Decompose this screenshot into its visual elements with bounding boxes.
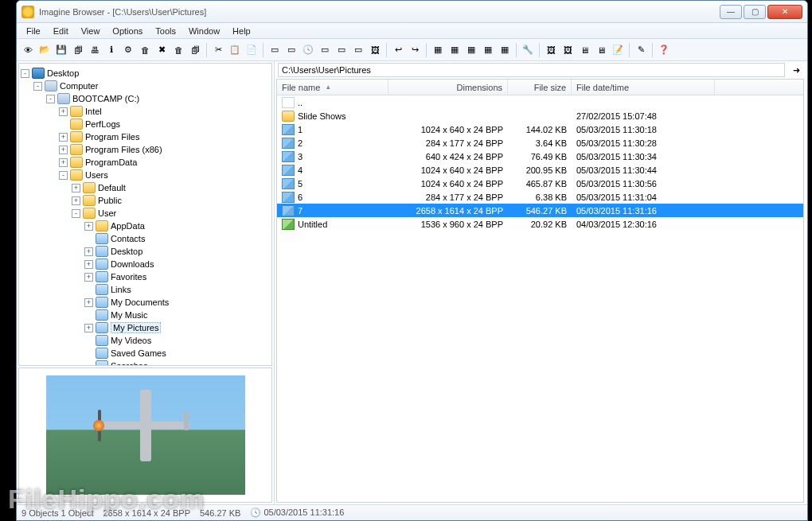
tree-item[interactable]: +Intel xyxy=(21,105,270,118)
expand-icon[interactable]: + xyxy=(84,298,93,307)
toolbar-button[interactable]: ↪ xyxy=(407,42,423,58)
titlebar[interactable]: Imagine Browser - [C:\Users\User\Picture… xyxy=(17,1,807,23)
tree-item[interactable]: +Favorites xyxy=(21,270,270,283)
tree-item[interactable]: My Videos xyxy=(21,334,270,347)
toolbar-button[interactable]: 🗐 xyxy=(187,42,203,58)
toolbar-button[interactable]: ⚙ xyxy=(120,42,136,58)
file-row[interactable]: 3640 x 424 x 24 BPP76.49 KB05/03/2015 11… xyxy=(277,150,803,163)
toolbar-button[interactable]: 🖥 xyxy=(593,42,609,58)
tree-item[interactable]: +Desktop xyxy=(21,245,270,258)
tree-item[interactable]: +Downloads xyxy=(21,258,270,270)
tree-item[interactable]: +My Pictures xyxy=(21,321,270,334)
tree-item[interactable]: -User xyxy=(21,207,270,220)
collapse-icon[interactable]: - xyxy=(33,82,42,91)
menu-help[interactable]: Help xyxy=(226,25,257,37)
toolbar-button[interactable]: ▭ xyxy=(317,42,333,58)
menu-window[interactable]: Window xyxy=(182,25,226,37)
toolbar-button[interactable]: ↩ xyxy=(390,42,406,58)
tree-item[interactable]: +Public xyxy=(21,194,270,207)
file-row[interactable]: Untitled1536 x 960 x 24 BPP20.92 KB04/03… xyxy=(277,217,803,231)
tree-item[interactable]: +ProgramData xyxy=(21,156,270,169)
tree-item[interactable]: +Program Files (x86) xyxy=(21,143,270,156)
toolbar-button[interactable]: 🗑 xyxy=(137,42,153,58)
toolbar-button[interactable]: ▭ xyxy=(350,42,366,58)
expand-icon[interactable]: + xyxy=(84,273,93,282)
collapse-icon[interactable]: - xyxy=(59,171,68,180)
file-row[interactable]: Slide Shows27/02/2015 15:07:48 xyxy=(277,109,803,122)
tree-item[interactable]: +AppData xyxy=(21,220,270,232)
expand-icon[interactable]: + xyxy=(59,158,68,167)
maximize-button[interactable]: ▢ xyxy=(744,5,766,19)
toolbar-button[interactable]: 🖥 xyxy=(576,42,592,58)
file-row[interactable]: .. xyxy=(277,95,803,109)
toolbar-button[interactable]: 🖼 xyxy=(367,42,383,58)
tree-item[interactable]: PerfLogs xyxy=(21,118,270,130)
address-input[interactable] xyxy=(278,63,785,77)
go-button[interactable]: ➜ xyxy=(788,62,804,78)
tree-item[interactable]: +Default xyxy=(21,181,270,194)
col-filename[interactable]: File name▲ xyxy=(277,80,388,95)
col-dimensions[interactable]: Dimensions xyxy=(388,80,508,95)
col-filesize[interactable]: File size xyxy=(508,80,572,95)
close-button[interactable]: ✕ xyxy=(767,5,802,19)
expand-icon[interactable]: + xyxy=(59,133,68,142)
menu-options[interactable]: Options xyxy=(106,25,149,37)
file-list[interactable]: File name▲ Dimensions File size File dat… xyxy=(276,79,804,503)
toolbar-button[interactable]: ✖ xyxy=(154,42,170,58)
collapse-icon[interactable]: - xyxy=(46,95,55,103)
toolbar-button[interactable]: 🔧 xyxy=(520,42,536,58)
expand-icon[interactable]: + xyxy=(84,324,93,332)
toolbar-button[interactable]: 📝 xyxy=(610,42,626,58)
expand-icon[interactable]: + xyxy=(59,146,68,154)
toolbar-button[interactable]: ▭ xyxy=(334,42,349,58)
toolbar-button[interactable]: 🖼 xyxy=(560,42,576,58)
expand-icon[interactable]: + xyxy=(72,184,80,192)
menu-edit[interactable]: Edit xyxy=(47,25,75,37)
tree-item[interactable]: Links xyxy=(21,283,270,296)
minimize-button[interactable]: — xyxy=(720,5,742,19)
toolbar-button[interactable]: 📄 xyxy=(244,42,260,58)
tree-item[interactable]: +My Documents xyxy=(21,296,270,309)
toolbar-button[interactable]: 🖼 xyxy=(543,42,559,58)
toolbar-button[interactable]: ▦ xyxy=(463,42,479,58)
toolbar-button[interactable]: ▭ xyxy=(267,42,283,58)
tree-item[interactable]: -BOOTCAMP (C:) xyxy=(21,92,270,105)
tree-item[interactable]: Contacts xyxy=(21,232,270,245)
expand-icon[interactable]: + xyxy=(59,107,68,116)
collapse-icon[interactable]: - xyxy=(21,69,29,78)
tree-item[interactable]: -Desktop xyxy=(21,67,270,80)
toolbar-button[interactable]: 👁 xyxy=(20,42,36,58)
col-filedate[interactable]: File date/time xyxy=(572,80,715,95)
toolbar-button[interactable]: ✂ xyxy=(210,42,226,58)
menu-view[interactable]: View xyxy=(75,25,107,37)
tree-item[interactable]: Searches xyxy=(21,360,270,366)
folder-tree[interactable]: -Desktop-Computer-BOOTCAMP (C:)+IntelPer… xyxy=(18,63,272,366)
tree-item[interactable]: +Program Files xyxy=(21,130,270,143)
file-row[interactable]: 6284 x 177 x 24 BPP6.38 KB05/03/2015 11:… xyxy=(277,190,803,204)
toolbar-button[interactable]: 🕓 xyxy=(300,42,316,58)
tree-item[interactable]: Saved Games xyxy=(21,347,270,360)
toolbar-button[interactable]: 💾 xyxy=(53,42,69,58)
toolbar-button[interactable]: ▦ xyxy=(430,42,446,58)
toolbar-button[interactable]: 📋 xyxy=(227,42,243,58)
tree-item[interactable]: -Computer xyxy=(21,80,270,92)
toolbar-button[interactable]: ▦ xyxy=(480,42,496,58)
toolbar-button[interactable]: 📂 xyxy=(37,42,53,58)
toolbar-button[interactable]: ▭ xyxy=(283,42,299,58)
toolbar-button[interactable]: 🗑 xyxy=(170,42,186,58)
tree-item[interactable]: My Music xyxy=(21,309,270,321)
file-row[interactable]: 2284 x 177 x 24 BPP3.64 KB05/03/2015 11:… xyxy=(277,136,803,150)
menu-tools[interactable]: Tools xyxy=(149,25,182,37)
toolbar-button[interactable]: ℹ xyxy=(103,42,119,58)
toolbar-button[interactable]: 🖶 xyxy=(87,42,103,58)
toolbar-button[interactable]: ❓ xyxy=(656,42,672,58)
file-row[interactable]: 41024 x 640 x 24 BPP200.95 KB05/03/2015 … xyxy=(277,163,803,177)
toolbar-button[interactable]: 🗐 xyxy=(70,42,86,58)
expand-icon[interactable]: + xyxy=(84,260,93,269)
collapse-icon[interactable]: - xyxy=(72,209,80,218)
file-row[interactable]: 72658 x 1614 x 24 BPP546.27 KB05/03/2015… xyxy=(277,204,803,217)
menu-file[interactable]: File xyxy=(20,25,47,37)
expand-icon[interactable]: + xyxy=(84,222,93,231)
list-header[interactable]: File name▲ Dimensions File size File dat… xyxy=(277,80,803,95)
expand-icon[interactable]: + xyxy=(72,196,80,205)
